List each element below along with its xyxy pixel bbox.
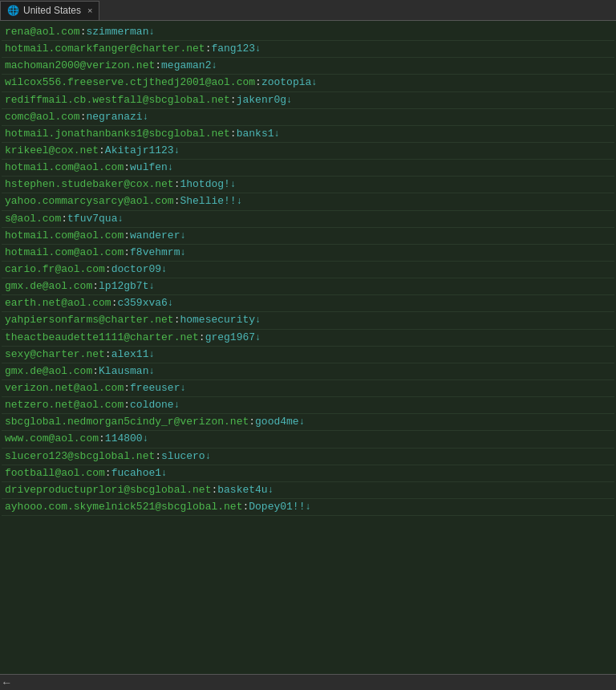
list-item: verizon.net@aol.com:freeuser↓	[2, 380, 614, 397]
separator: :	[155, 448, 161, 465]
separator: :	[99, 431, 105, 447]
email-text: machoman2000@verizon.net	[5, 58, 155, 74]
password-text: Dopey01!!	[249, 499, 305, 515]
line-ending-arrow: ↓	[168, 296, 173, 311]
password-text: megaman2	[161, 58, 211, 74]
list-item: sbcglobal.nedmorgan5cindy_r@verizon.net:…	[2, 414, 614, 431]
list-item: hotmail.com@aol.com:wulfen↓	[2, 160, 614, 177]
line-ending-arrow: ↓	[211, 59, 217, 74]
list-item: comc@aol.com:negranazi↓	[2, 109, 614, 126]
password-text: basket4u	[217, 482, 267, 498]
separator: :	[124, 245, 130, 261]
email-text: driveproductuprlori@sbcglobal.net	[5, 482, 211, 498]
line-ending-arrow: ↓	[305, 500, 310, 515]
separator: :	[211, 482, 217, 498]
list-item: rena@aol.com:szimmerman↓	[2, 24, 614, 41]
separator: :	[249, 414, 255, 430]
password-text: wanderer	[130, 228, 180, 244]
password-text: Klausman	[99, 363, 148, 380]
separator: :	[124, 380, 130, 396]
separator: :	[99, 143, 105, 159]
separator: :	[105, 347, 111, 363]
list-item: sexy@charter.net:alex11↓	[2, 347, 614, 363]
email-text: earth.net@aol.com	[5, 295, 111, 311]
separator: :	[61, 211, 67, 227]
email-text: krikeel@cox.net	[5, 143, 99, 159]
scroll-left-button[interactable]: ←	[3, 676, 10, 689]
password-text: coldone	[130, 397, 174, 413]
email-text: verizon.net@aol.com	[5, 380, 124, 396]
line-ending-arrow: ↓	[161, 466, 167, 481]
line-ending-arrow: ↓	[255, 313, 261, 328]
separator: :	[242, 499, 249, 515]
line-ending-arrow: ↓	[143, 110, 148, 125]
list-item: hstephen.studebaker@cox.net:1hotdog!↓	[2, 177, 614, 193]
separator: :	[230, 126, 237, 142]
separator: :	[205, 41, 212, 57]
separator: :	[80, 24, 87, 40]
password-text: tfuv7qua	[67, 211, 117, 227]
email-text: sbcglobal.nedmorgan5cindy_r@verizon.net	[5, 414, 249, 430]
line-ending-arrow: ↓	[161, 262, 167, 278]
password-text: banks1	[237, 126, 274, 142]
password-text: doctor09	[111, 262, 161, 278]
email-text: theactbeaudette1111@charter.net	[5, 330, 199, 346]
list-item: yahpiersonfarms@charter.net:homesecurity…	[2, 312, 614, 329]
list-item: netzero.net@aol.com:coldone↓	[2, 397, 614, 414]
line-ending-arrow: ↓	[180, 229, 185, 244]
separator: :	[199, 330, 205, 346]
list-item: hotmail.com@aol.com:f8vehmrm↓	[2, 245, 614, 262]
password-text: freeuser	[130, 380, 180, 396]
list-item: football@aol.com:fucahoe1↓	[2, 465, 614, 482]
line-ending-arrow: ↓	[205, 449, 211, 465]
email-text: football@aol.com	[5, 465, 105, 481]
password-text: fucahoe1	[111, 465, 161, 481]
separator: :	[124, 160, 130, 176]
line-ending-arrow: ↓	[143, 432, 148, 447]
line-ending-arrow: ↓	[180, 381, 185, 396]
separator: :	[111, 295, 118, 311]
password-text: 1hotdog!	[180, 177, 229, 193]
line-ending-arrow: ↓	[174, 398, 180, 413]
line-ending-arrow: ↓	[299, 415, 305, 430]
tab-close-button[interactable]: ×	[87, 6, 92, 15]
status-bar: ←	[0, 674, 616, 690]
email-text: yahpiersonfarms@charter.net	[5, 312, 174, 328]
separator: :	[155, 58, 161, 74]
tab-icon: 🌐	[7, 5, 18, 16]
tab-label: United States	[23, 5, 81, 16]
list-item: earth.net@aol.com:c359xva6↓	[2, 295, 614, 312]
password-text: slucero	[161, 448, 205, 465]
line-ending-arrow: ↓	[117, 212, 123, 227]
line-ending-arrow: ↓	[148, 25, 154, 40]
list-item: machoman2000@verizon.net:megaman2↓	[2, 58, 614, 75]
tab-united-states[interactable]: 🌐 United States ×	[0, 1, 99, 20]
list-item: ayhooo.com.skymelnick521@sbcglobal.net:D…	[2, 499, 614, 516]
separator: :	[255, 75, 261, 91]
password-text: Shellie!!	[180, 193, 236, 209]
separator: :	[105, 465, 111, 481]
separator: :	[92, 363, 99, 380]
list-item: wilcox556.freeserve.ctjthedj2001@aol.com…	[2, 75, 614, 91]
password-text: lp12gb7t	[99, 278, 148, 294]
password-text: jakenr0g	[237, 92, 286, 108]
email-text: netzero.net@aol.com	[5, 397, 124, 413]
content-area: rena@aol.com:szimmerman↓hotmail.comarkfa…	[0, 21, 616, 674]
line-ending-arrow: ↓	[180, 246, 185, 261]
separator: :	[174, 177, 180, 193]
email-text: cario.fr@aol.com	[5, 262, 105, 278]
password-text: negranazi	[86, 109, 142, 125]
line-ending-arrow: ↓	[148, 279, 154, 294]
password-text: f8vehmrm	[130, 245, 180, 261]
list-item: s@aol.com:tfuv7qua↓	[2, 211, 614, 228]
line-ending-arrow: ↓	[148, 364, 154, 380]
list-item: cario.fr@aol.com:doctor09↓	[2, 262, 614, 278]
email-text: hotmail.jonathanbanks1@sbcglobal.net	[5, 126, 230, 142]
email-text: slucero123@sbcglobal.net	[5, 448, 155, 465]
separator: :	[105, 262, 111, 278]
line-ending-arrow: ↓	[268, 483, 274, 498]
password-text: greg1967	[205, 330, 255, 346]
email-text: s@aol.com	[5, 211, 61, 227]
separator: :	[124, 228, 130, 244]
list-item: gmx.de@aol.com:Klausman↓	[2, 363, 614, 380]
